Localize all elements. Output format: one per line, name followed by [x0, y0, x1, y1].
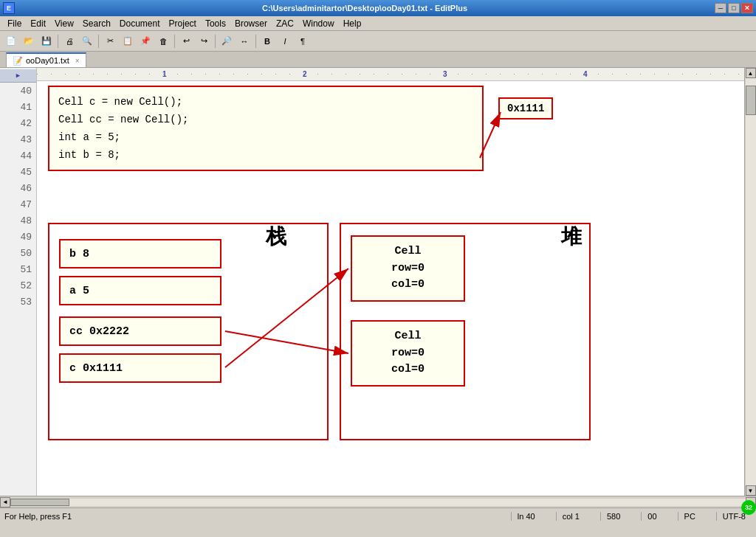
code-area[interactable]: 1 2 3 4 Cell c — [37, 68, 744, 496]
status-col: col 1 — [556, 512, 585, 521]
stack-item-a5: a 5 — [59, 276, 221, 305]
status-help: For Help, press F1 — [4, 512, 496, 521]
heap-item-2: Cellrow=0col=0 — [351, 320, 465, 387]
print-button[interactable]: 🖨 — [61, 33, 78, 49]
tab-close[interactable]: × — [75, 57, 80, 65]
titlebar-title: C:\Users\adminitartor\Desktop\ooDay01.tx… — [15, 4, 715, 13]
line-num-42: 42 — [0, 115, 36, 131]
code-line-2: Cell cc = new Cell(); — [58, 111, 473, 128]
menu-view[interactable]: View — [50, 17, 78, 30]
ruler: 1 2 3 4 — [37, 68, 744, 81]
tab-icon: 📝 — [13, 56, 23, 66]
code-snippet-box: Cell c = new Cell(); Cell cc = new Cell(… — [48, 86, 484, 171]
line-num-44: 44 — [0, 148, 36, 164]
scroll-down-button[interactable]: ▼ — [746, 485, 756, 496]
menu-browser[interactable]: Browser — [230, 17, 272, 30]
stack-item-b8: b 8 — [59, 239, 221, 268]
h-scroll-track — [10, 499, 746, 506]
scroll-thumb[interactable] — [746, 86, 756, 115]
titlebar-controls: ─ □ ✕ — [715, 3, 753, 13]
line-num-46: 46 — [0, 180, 36, 196]
editor-area: ▶ 40 41 42 43 44 45 46 47 48 49 50 51 52… — [0, 68, 756, 496]
code-line-1: Cell c = new Cell(); — [58, 93, 473, 111]
status-encoding: PC — [678, 512, 701, 521]
status-ln: ln 40 — [511, 512, 541, 521]
menu-tools[interactable]: Tools — [201, 17, 230, 30]
vertical-scrollbar[interactable]: ▲ 32 ▼ — [744, 68, 756, 496]
bold-button[interactable]: B — [259, 33, 275, 49]
menu-window[interactable]: Window — [298, 17, 339, 30]
line-num-53: 53 — [0, 294, 36, 310]
toolbar-sep-1 — [58, 35, 58, 48]
close-button[interactable]: ✕ — [741, 3, 753, 13]
heap-label: 堆 — [561, 223, 582, 251]
titlebar: E C:\Users\adminitartor\Desktop\ooDay01.… — [0, 0, 756, 16]
line-num-49: 49 — [0, 229, 36, 245]
line-num-51: 51 — [0, 261, 36, 277]
copy-button[interactable]: 📋 — [120, 33, 136, 49]
italic-button[interactable]: I — [277, 33, 293, 49]
toolbar-sep-2 — [98, 35, 99, 48]
preview-button[interactable]: 🔍 — [79, 33, 95, 49]
tab-label: ooDay01.txt — [26, 56, 69, 65]
toolbar: 📄 📂 💾 🖨 🔍 ✂ 📋 📌 🗑 ↩ ↪ 🔎 ↔ B I ¶ — [0, 31, 756, 52]
status-zeros: 00 — [641, 512, 662, 521]
line-num-41: 41 — [0, 99, 36, 115]
minimize-button[interactable]: ─ — [715, 3, 726, 13]
diagram-overlay: Cell c = new Cell(); Cell cc = new Cell(… — [44, 84, 729, 496]
code-line-4: int b = 8; — [58, 146, 473, 164]
menu-search[interactable]: Search — [78, 17, 115, 30]
menu-zac[interactable]: ZAC — [272, 17, 298, 30]
format-button[interactable]: ¶ — [295, 33, 311, 49]
titlebar-icon: E — [3, 2, 15, 14]
scroll-left-button[interactable]: ◄ — [0, 497, 10, 507]
menu-edit[interactable]: Edit — [26, 17, 50, 30]
line-num-45: 45 — [0, 164, 36, 180]
open-button[interactable]: 📂 — [21, 33, 37, 49]
active-tab[interactable]: 📝 ooDay01.txt × — [6, 52, 86, 67]
stack-item-c: c 0x1111 — [59, 353, 221, 383]
line-numbers: ▶ 40 41 42 43 44 45 46 47 48 49 50 51 52… — [0, 68, 37, 496]
menu-document[interactable]: Document — [115, 17, 165, 30]
indicator-badge: 32 — [741, 500, 756, 515]
line-num-48: 48 — [0, 212, 36, 229]
stack-item-cc: cc 0x2222 — [59, 316, 221, 346]
stack-label: 栈 — [266, 223, 286, 251]
menu-help[interactable]: Help — [339, 17, 366, 30]
maximize-button[interactable]: □ — [728, 3, 740, 13]
paste-button[interactable]: 📌 — [137, 33, 154, 49]
scroll-track — [746, 78, 756, 485]
find-button[interactable]: 🔎 — [219, 33, 235, 49]
toolbar-sep-4 — [215, 35, 216, 48]
undo-button[interactable]: ↩ — [178, 33, 194, 49]
delete-button[interactable]: 🗑 — [155, 33, 171, 49]
line-num-40: 40 — [0, 83, 36, 99]
tabbar: 📝 ooDay01.txt × — [0, 52, 756, 68]
horizontal-scrollbar[interactable]: ◄ ► — [0, 496, 756, 507]
toolbar-sep-5 — [255, 35, 256, 48]
line-num-47: 47 — [0, 196, 36, 212]
save-button[interactable]: 💾 — [38, 33, 55, 49]
line-num-50: 50 — [0, 245, 36, 261]
menubar: File Edit View Search Document Project T… — [0, 16, 756, 31]
address-label: 0x1111 — [498, 97, 553, 119]
replace-button[interactable]: ↔ — [236, 33, 252, 49]
toolbar-sep-3 — [174, 35, 175, 48]
redo-button[interactable]: ↪ — [196, 33, 212, 49]
h-scroll-thumb[interactable] — [10, 499, 69, 506]
cut-button[interactable]: ✂ — [102, 33, 118, 49]
menu-project[interactable]: Project — [165, 17, 201, 30]
heap-item-1: Cellrow=0col=0 — [351, 235, 465, 302]
scroll-up-button[interactable]: ▲ — [746, 68, 756, 78]
statusbar: For Help, press F1 ln 40 col 1 580 00 PC… — [0, 507, 756, 524]
menu-file[interactable]: File — [3, 17, 26, 30]
new-button[interactable]: 📄 — [3, 33, 19, 49]
line-num-52: 52 — [0, 277, 36, 294]
code-line-3: int a = 5; — [58, 128, 473, 146]
line-num-43: 43 — [0, 131, 36, 148]
status-bytes: 580 — [600, 512, 626, 521]
